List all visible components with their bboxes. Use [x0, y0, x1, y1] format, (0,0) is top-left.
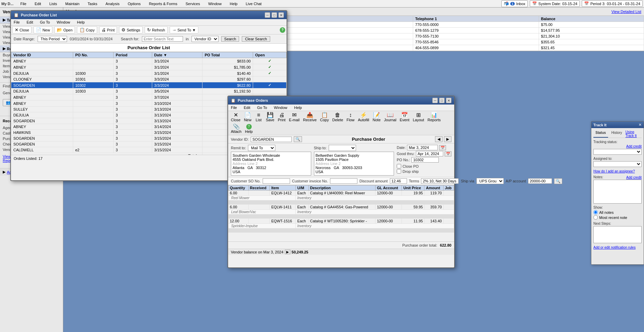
track-it-tab-history[interactable]: History	[609, 130, 624, 138]
po-list-row[interactable]: DEJULIA 10300 3 3/1/2024 $140.40 ✓	[11, 70, 287, 77]
po-detail-note-btn[interactable]: 📝 Note	[371, 112, 382, 123]
po-list-minimize-btn[interactable]: ─	[265, 12, 270, 18]
item-col-job[interactable]: Job	[443, 185, 454, 191]
menu-item-services[interactable]: Services	[184, 1, 201, 6]
inbox-widget[interactable]: 📬 1 Inbox	[501, 0, 528, 7]
ship-to-select[interactable]	[329, 145, 356, 151]
search-input[interactable]	[142, 36, 183, 42]
ship-via-select[interactable]: UPS Ground	[476, 178, 504, 184]
po-detail-flow-btn[interactable]: ↕ Flow	[345, 112, 356, 123]
search-btn[interactable]: Search	[221, 36, 239, 42]
vendor-balance-btn[interactable]: ▶	[285, 250, 290, 254]
po-list-close-btn[interactable]: ✕	[278, 12, 284, 18]
po-detail-delete-btn[interactable]: 🗑 Delete	[331, 112, 344, 123]
ap-account-lookup-btn[interactable]: 🔍	[554, 178, 562, 184]
vendors-col-balance[interactable]: Balance	[539, 16, 644, 22]
po-detail-reports-btn[interactable]: 📊 Reports	[426, 112, 442, 123]
po-list-row[interactable]: DEJULIA 10303 3 3/5/2024 $1,192.50	[11, 88, 287, 94]
po-list-new-btn[interactable]: 📄 New	[34, 26, 52, 33]
remit-to-select[interactable]: Mail To	[248, 145, 275, 151]
item-col-gl[interactable]: GL Account	[376, 185, 402, 191]
menu-item-livechat[interactable]: Live Chat	[244, 1, 263, 6]
close-po-checkbox[interactable]	[397, 164, 401, 168]
po-detail-list-btn[interactable]: ≡ List	[253, 112, 264, 123]
po-detail-minimize-btn[interactable]: ─	[432, 98, 438, 103]
assigned-to-select[interactable]	[593, 161, 642, 167]
item-col-qty[interactable]: Quantity	[228, 185, 249, 191]
vendor-id-lookup-btn[interactable]: 🔍	[294, 136, 302, 142]
po-detail-close-btn2[interactable]: ✕ Close	[229, 112, 242, 123]
po-detail-copy-btn[interactable]: 📋 Copy	[319, 112, 330, 123]
add-assignee-link[interactable]: How do I add an assignee?	[593, 169, 635, 173]
po-next-btn[interactable]: ▶	[444, 136, 451, 142]
track-it-tab-status[interactable]: Status	[593, 130, 608, 138]
menu-item-window[interactable]: Window	[207, 1, 223, 6]
po-list-settings-btn[interactable]: ⚙ Settings	[119, 26, 143, 33]
notes-textarea[interactable]	[593, 180, 642, 204]
using-track-it-link[interactable]: Using Track It	[626, 130, 642, 138]
col-po-no[interactable]: PO No.	[73, 52, 113, 58]
col-open[interactable]: Open	[253, 52, 286, 58]
po-list-print-btn[interactable]: 🖨 Print	[99, 26, 117, 33]
po-detail-layout-btn[interactable]: ⊞ Layout	[411, 112, 425, 123]
po-detail-help-btn[interactable]: ? Help	[244, 123, 254, 134]
po-list-menu-edit[interactable]: Edit	[25, 20, 35, 25]
po-list-row[interactable]: ABNEY 3 3/1/2024 $833.00 ✓	[11, 58, 287, 64]
date-range-select[interactable]: This Period	[38, 36, 67, 42]
po-item-row[interactable]: 12.00 EQWT-1516 Each Catalog # WT1005280…	[228, 219, 454, 224]
po-list-open-btn[interactable]: 📂 Open	[54, 26, 75, 33]
item-col-desc[interactable]: Description	[308, 185, 376, 191]
ap-account-input[interactable]	[528, 178, 552, 184]
po-list-copy-btn[interactable]: 📋 Copy	[77, 26, 97, 33]
cust-invoice-input[interactable]	[330, 178, 357, 184]
menu-item-edit[interactable]: Edit	[33, 1, 42, 6]
drop-ship-checkbox[interactable]	[397, 169, 401, 174]
search-field-select[interactable]: Vendor ID	[192, 36, 219, 42]
show-all-notes-option[interactable]: All notes	[593, 210, 642, 215]
item-col-item[interactable]: Item	[270, 185, 296, 191]
add-credit-link-1[interactable]: Add credit	[626, 144, 642, 148]
add-edit-notification-link[interactable]: Add or edit notification rules	[593, 246, 635, 249]
menu-item-options[interactable]: Options	[126, 1, 142, 6]
show-recent-note-option[interactable]: Most recent note	[593, 215, 642, 220]
vendor-id-input[interactable]	[251, 137, 292, 142]
po-detail-new-btn[interactable]: 📄 New	[242, 112, 253, 123]
po-list-menu-file[interactable]: File	[12, 20, 21, 25]
discount-input[interactable]	[390, 178, 407, 184]
col-date[interactable]: Date ▼	[152, 52, 202, 58]
clear-search-btn[interactable]: Clear Search	[242, 36, 270, 42]
po-detail-menu-goto[interactable]: Go To	[256, 105, 268, 110]
item-col-received[interactable]: Received	[248, 185, 270, 191]
add-credit-link-2[interactable]: Add credit	[626, 176, 642, 179]
po-list-row[interactable]: CLOONEY 10301 3 3/3/2024 $297.60	[11, 77, 287, 82]
terms-input[interactable]	[421, 178, 459, 184]
po-detail-autofill-btn[interactable]: ⚡ Autofill	[356, 112, 370, 123]
po-prev-btn[interactable]: ◀	[435, 136, 443, 142]
col-po-total[interactable]: PO Total	[202, 52, 253, 58]
po-detail-save-btn[interactable]: 💾 Save	[264, 112, 276, 123]
po-detail-email-btn[interactable]: ✉ E-mail	[288, 112, 301, 123]
po-list-menu-help[interactable]: Help	[76, 20, 86, 25]
menu-item-analysis[interactable]: Analysis	[104, 1, 121, 6]
po-detail-attach-btn[interactable]: 📎 Attach	[229, 123, 243, 134]
po-list-menu-goto[interactable]: Go To	[39, 20, 51, 25]
menu-item-tasks[interactable]: Tasks	[86, 1, 98, 6]
po-list-maximize-btn[interactable]: □	[272, 12, 277, 18]
po-detail-menu-help[interactable]: Help	[293, 105, 303, 110]
po-list-close-toolbar-btn[interactable]: ✕ Close	[12, 26, 31, 33]
po-detail-print-btn[interactable]: 🖨 Print	[276, 112, 287, 123]
item-col-unitprice[interactable]: Unit Price	[402, 185, 424, 191]
po-detail-menu-edit[interactable]: Edit	[242, 105, 252, 110]
po-detail-close-btn[interactable]: ✕	[446, 98, 451, 103]
po-detail-journal-btn[interactable]: 📖 Journal	[383, 112, 398, 123]
vendors-col-phone[interactable]: Telephone 1	[413, 16, 539, 22]
po-detail-menu-window[interactable]: Window	[273, 105, 289, 110]
po-list-row[interactable]: ABNEY 3 3/1/2024 $1,785.00 ✓	[11, 64, 287, 70]
date-picker-btn[interactable]: 📅	[439, 145, 446, 150]
track-it-close-btn[interactable]: ✕	[639, 123, 642, 127]
po-list-refresh-btn[interactable]: ↻ Refresh	[145, 26, 168, 33]
po-detail-receive-btn[interactable]: 📥 Receive	[302, 112, 318, 123]
po-list-menu-window[interactable]: Window	[55, 20, 71, 25]
item-col-amount[interactable]: Amount	[424, 185, 443, 191]
good-thru-input[interactable]	[416, 151, 443, 156]
